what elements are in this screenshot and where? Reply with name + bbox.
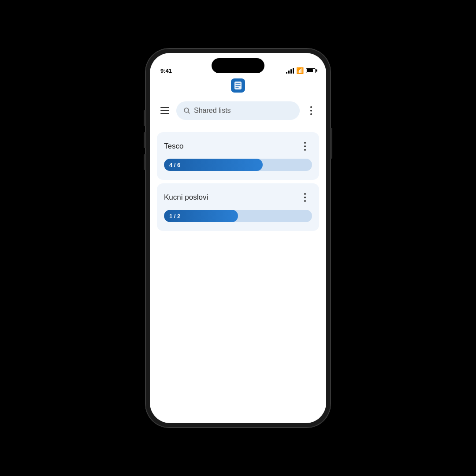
search-icon — [183, 107, 190, 114]
wifi-icon: 📶 — [296, 67, 304, 74]
more-options-button[interactable] — [303, 103, 319, 119]
status-icons: 📶 — [286, 67, 316, 74]
progress-bar: 4 / 6 — [164, 159, 312, 171]
search-bar[interactable]: Shared lists — [176, 101, 300, 120]
list-card[interactable]: Tesco 4 / 6 — [157, 132, 319, 180]
lists-container: Tesco 4 / 6 Kucni — [150, 125, 326, 238]
list-more-button[interactable] — [298, 139, 312, 153]
progress-label: 4 / 6 — [169, 162, 180, 168]
list-card-header: Tesco — [164, 139, 312, 153]
status-time: 9:41 — [160, 67, 172, 74]
phone-frame: 9:41 📶 — [145, 48, 331, 428]
hamburger-icon — [160, 110, 169, 111]
list-card-header: Kucni poslovi — [164, 190, 312, 205]
vertical-dots-icon — [310, 106, 312, 115]
vertical-dots-icon — [304, 142, 306, 151]
list-card[interactable]: Kucni poslovi 1 / 2 — [157, 183, 319, 231]
signal-icon — [286, 67, 294, 74]
hamburger-icon — [160, 107, 169, 108]
dynamic-island — [212, 58, 264, 73]
list-title: Kucni poslovi — [164, 193, 208, 202]
hamburger-icon — [160, 113, 169, 114]
hamburger-button[interactable] — [157, 103, 173, 119]
app-icon — [231, 78, 245, 93]
list-title: Tesco — [164, 142, 183, 151]
top-bar: Shared lists — [150, 98, 326, 125]
vertical-dots-icon — [304, 193, 306, 202]
list-more-button[interactable] — [298, 190, 312, 205]
svg-line-5 — [188, 112, 190, 113]
search-placeholder: Shared lists — [194, 107, 231, 115]
progress-bar: 1 / 2 — [164, 210, 312, 222]
phone-screen: 9:41 📶 — [150, 53, 326, 423]
battery-icon — [306, 68, 316, 73]
progress-label: 1 / 2 — [169, 213, 180, 219]
